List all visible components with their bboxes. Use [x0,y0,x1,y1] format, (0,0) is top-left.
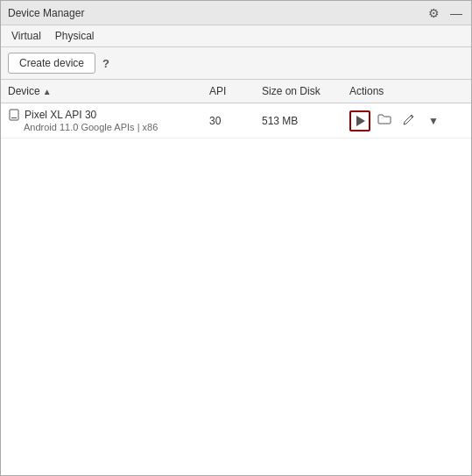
device-cell: Pixel XL API 30 Android 11.0 Google APIs… [1,103,202,138]
column-device-label: Device [8,85,40,97]
create-device-button[interactable]: Create device [8,53,95,74]
column-size-label: Size on Disk [262,85,321,97]
device-name-row: Pixel XL API 30 [8,109,195,121]
title-bar-controls: ⚙ — [426,7,464,19]
pencil-icon [403,113,415,128]
device-manager-window: Device Manager ⚙ — Virtual Physical Crea… [0,0,472,476]
minimize-button[interactable]: — [448,7,464,19]
chevron-down-icon: ▼ [428,115,439,127]
sort-icon: ▲ [43,87,52,96]
actions-cell: ▼ [342,107,471,135]
menu-item-physical[interactable]: Physical [48,27,102,45]
menu-item-virtual[interactable]: Virtual [4,27,48,45]
folder-button[interactable] [374,110,395,131]
api-cell: 30 [202,110,255,132]
dropdown-button[interactable]: ▼ [423,110,444,131]
play-triangle-icon [356,116,365,126]
table-header: Device ▲ API Size on Disk Actions [1,80,471,103]
help-button[interactable]: ? [102,57,109,70]
edit-button[interactable] [398,110,419,131]
column-header-size: Size on Disk [255,80,342,103]
column-header-actions: Actions [342,80,471,103]
content-area: Device ▲ API Size on Disk Actions [1,80,471,475]
column-api-label: API [209,85,226,97]
column-header-api: API [202,80,255,103]
folder-icon [377,113,391,128]
device-subtitle: Android 11.0 Google APIs | x86 [8,122,195,132]
svg-rect-0 [10,110,18,120]
size-cell: 513 MB [255,110,342,132]
title-bar: Device Manager ⚙ — [1,1,471,25]
column-actions-label: Actions [349,85,384,97]
table-row: Pixel XL API 30 Android 11.0 Google APIs… [1,103,471,139]
menu-bar: Virtual Physical [1,25,471,47]
column-header-device: Device ▲ [1,80,202,103]
table-body: Pixel XL API 30 Android 11.0 Google APIs… [1,103,471,475]
play-button[interactable] [349,110,370,131]
settings-button[interactable]: ⚙ [426,7,441,19]
device-icon [8,109,20,121]
svg-rect-1 [11,117,17,118]
toolbar: Create device ? [1,47,471,80]
device-name-text: Pixel XL API 30 [25,109,96,121]
window-title: Device Manager [8,7,84,19]
